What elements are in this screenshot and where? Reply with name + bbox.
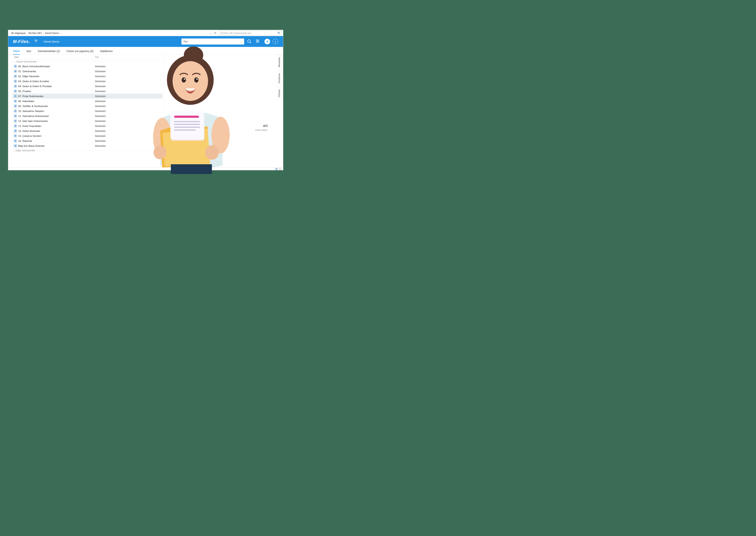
view-icon: ▦: [14, 144, 17, 148]
item-type: Görünüm: [95, 134, 162, 137]
view-icon: ▦: [14, 100, 17, 103]
breadcrumb-item[interactable]: Genel Demo: [45, 32, 59, 34]
view-icon: ▦: [14, 134, 17, 137]
tab-4[interactable]: Sabitlenen: [100, 50, 113, 54]
explorer-search-placeholder: M-Files (M:) klasöründe ara: [221, 32, 251, 34]
breadcrumb-item[interactable]: M-Files (M:): [28, 32, 42, 34]
side-tab-2[interactable]: Filtreler: [277, 87, 283, 100]
app-search-placeholder: Ara: [183, 40, 188, 43]
group-label: Genel Görünümler: [17, 60, 37, 63]
user-avatar[interactable]: a: [273, 39, 278, 44]
chevron-right-icon: ›: [60, 32, 61, 34]
list-item[interactable]: ▦12. İdari İşler DokümanlarıGörünüm: [13, 118, 162, 123]
item-name: 11. Satınalma Dokümanları: [18, 115, 49, 117]
side-tabs: MetadataÖnizlemeFiltreler: [277, 55, 283, 100]
list-item[interactable]: ▦09. Teklifler & SözleşmelerGörünüm: [13, 104, 162, 109]
list-item[interactable]: ▦16. RaporlarGörünüm: [13, 138, 162, 143]
item-name: 13. İnsan Kaynakları: [18, 124, 42, 127]
list-item[interactable]: ▦00. Bana GörevlendirilmişlerGörünüm: [13, 64, 162, 69]
list-item[interactable]: ▦05. ProjelerGörünüm: [13, 88, 162, 94]
list-item[interactable]: ▦03. Gelen & Giden EvraklarGörünüm: [13, 79, 162, 84]
content-area: İsim Tür ⌄ Genel Görünümler ▦00. Bana Gö…: [13, 55, 274, 167]
item-type: Görünüm: [95, 70, 162, 73]
svg-point-6: [258, 41, 258, 42]
thumbnails-view-icon[interactable]: ▢: [279, 167, 281, 170]
column-name[interactable]: İsim: [13, 56, 95, 58]
tab-2[interactable]: Görevlendirilen (2): [38, 50, 60, 54]
app-window: › Bu bilgisayar › M-Files (M:) › Genel D…: [8, 30, 283, 170]
search-icon[interactable]: 🔍︎: [277, 31, 280, 35]
chevron-down-icon[interactable]: ⌄: [210, 32, 212, 35]
list-item[interactable]: ▦11. Satınalma DokümanlarıGörünüm: [13, 114, 162, 118]
item-name: Bilgi İçin Bana Gelenler: [18, 144, 45, 148]
list-item[interactable]: ▦08. HakedişlerGörünüm: [13, 99, 162, 104]
chevron-right-icon: ›: [10, 32, 10, 34]
header-right-controls: + a: [264, 39, 278, 44]
item-type: Görünüm: [95, 65, 162, 68]
view-icon: ▦: [14, 90, 17, 93]
list-item[interactable]: ▦14. Gelen AramalarGörünüm: [13, 128, 162, 133]
app-search-group: Ara ⌄: [182, 39, 260, 45]
svg-point-1: [248, 40, 251, 43]
view-icon: ▦: [14, 85, 17, 88]
list-item[interactable]: ▦10. Satınalma TalepleriGörünüm: [13, 109, 162, 114]
item-name: 10. Satınalma Talepleri: [18, 110, 44, 113]
list-item[interactable]: ▦15. Çalışma SüreleriGörünüm: [13, 133, 162, 138]
item-type: Görünüm: [95, 110, 162, 113]
explorer-search-input[interactable]: M-Files (M:) klasöründe ara 🔍︎: [219, 31, 282, 35]
collapse-icon[interactable]: ⌄: [14, 60, 15, 63]
item-name: 14. Gelen Aramalar: [18, 129, 40, 132]
create-button[interactable]: +: [264, 39, 270, 44]
filter-sliders-icon[interactable]: [255, 39, 260, 44]
detail-title: artı: [256, 124, 268, 128]
list-item[interactable]: ▦Bilgi İçin Bana GelenlerGörünüm: [13, 143, 162, 148]
list-item[interactable]: ▦01. DokümanlarGörünüm: [13, 69, 162, 74]
details-view-icon[interactable]: ▤: [275, 167, 278, 170]
chevron-right-icon: ›: [43, 32, 44, 34]
app-search-input[interactable]: Ara ⌄: [182, 39, 244, 45]
view-icon: ▦: [14, 119, 17, 122]
tab-1[interactable]: Son: [26, 50, 31, 54]
tab-3[interactable]: Check out yapılmış (0): [66, 50, 93, 54]
group-header-main[interactable]: ⌄ Genel Görünümler: [13, 59, 162, 64]
column-headers: İsim Tür: [13, 55, 162, 59]
search-icon[interactable]: [246, 39, 252, 45]
connection-icon[interactable]: [34, 40, 38, 44]
status-bar: ▤ ▢: [8, 167, 283, 170]
breadcrumb: › Bu bilgisayar › M-Files (M:) › Genel D…: [10, 32, 209, 34]
item-type: Görünüm: [95, 139, 162, 143]
refresh-icon[interactable]: ↻: [214, 32, 217, 35]
item-type: Görünüm: [95, 119, 162, 122]
chevron-down-icon[interactable]: ⌄: [240, 40, 242, 43]
svg-point-8: [257, 42, 258, 43]
item-type: Görünüm: [95, 80, 162, 83]
tab-0[interactable]: Hepsi: [13, 50, 20, 55]
view-icon: ▦: [14, 80, 17, 83]
side-tab-0[interactable]: Metadata: [277, 55, 283, 70]
group-header-other[interactable]: › Diğer Görünümler: [13, 148, 162, 152]
view-tabs: HepsiSonGörevlendirilen (2)Check out yap…: [8, 47, 283, 55]
chevron-right-icon: ›: [27, 32, 28, 34]
item-name: 16. Raporlar: [18, 139, 32, 143]
expand-icon[interactable]: ›: [14, 149, 14, 152]
item-name: 12. İdari İşler Dokümanları: [18, 119, 48, 122]
item-type: Görünüm: [95, 115, 162, 117]
list-item[interactable]: ▦02. Diğer NesnelerGörünüm: [13, 74, 162, 79]
side-tab-1[interactable]: Önizleme: [277, 71, 283, 85]
view-icon: ▦: [14, 110, 17, 113]
list-item[interactable]: ▦04. Gelen & Giden E-PostalarGörünüm: [13, 84, 162, 88]
item-type: Görünüm: [95, 75, 162, 78]
list-item[interactable]: ▦07. Proje DokümanlarıGörünüm: [13, 94, 162, 99]
address-bar-controls: ⌄ ↻: [210, 32, 218, 35]
item-name: 07. Proje Dokümanları: [18, 95, 44, 98]
view-icon: ▦: [14, 139, 17, 143]
column-type[interactable]: Tür: [95, 56, 162, 58]
app-header: M-Files. Genel Demo Ara ⌄ +: [8, 36, 283, 47]
item-name: 03. Gelen & Giden Evraklar: [18, 80, 49, 83]
item-type: Görünüm: [95, 100, 162, 103]
detail-placeholder: artı esne seçin.: [256, 124, 268, 131]
item-type: Görünüm: [95, 105, 162, 108]
item-name: 09. Teklifler & Sözleşmeler: [18, 105, 48, 108]
breadcrumb-item[interactable]: Bu bilgisayar: [11, 32, 26, 34]
list-item[interactable]: ▦13. İnsan KaynaklarıGörünüm: [13, 123, 162, 128]
